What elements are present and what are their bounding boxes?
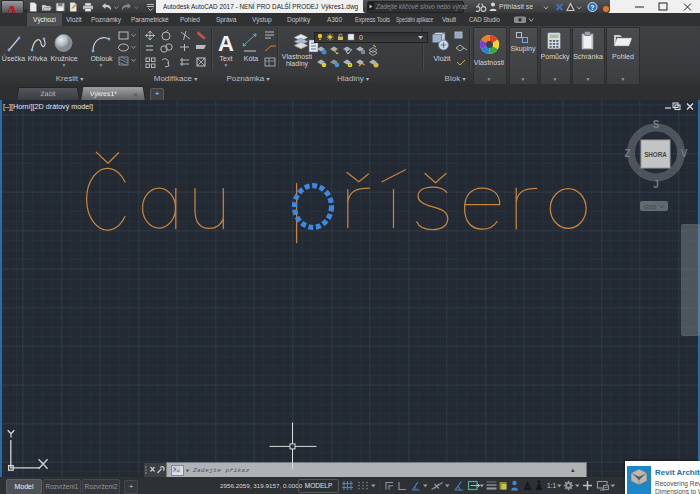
svg-text:1:1: 1:1 — [547, 482, 556, 489]
svg-text:SHORA: SHORA — [644, 151, 667, 158]
svg-text:V: V — [681, 148, 688, 159]
svg-text:Z: Z — [624, 148, 630, 159]
svg-text:J: J — [653, 179, 659, 190]
svg-text:GSS: GSS — [644, 204, 657, 210]
svg-text:?: ? — [590, 4, 594, 11]
svg-text:S: S — [653, 119, 660, 130]
svg-text:A: A — [218, 31, 234, 56]
svg-text:0: 0 — [359, 33, 363, 40]
